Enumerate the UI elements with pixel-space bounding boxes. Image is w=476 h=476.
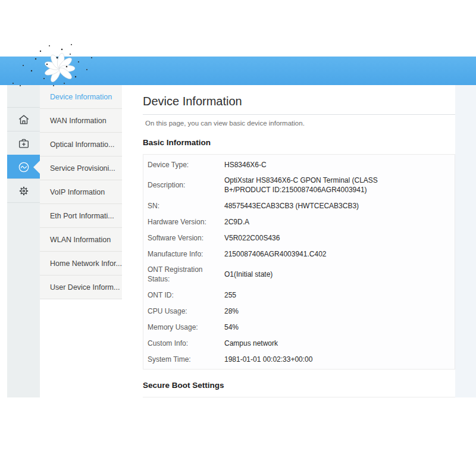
home-icon xyxy=(17,113,30,126)
submenu-item[interactable]: Eth Port Informati... xyxy=(40,204,122,228)
row-label: Manufacture Info: xyxy=(148,249,224,259)
page-subtitle: On this page, you can view basic device … xyxy=(145,120,455,127)
table-row: Device Type: HS8346X6-C xyxy=(143,156,455,173)
submenu-item-label: Optical Informatio... xyxy=(50,140,114,149)
submenu-item-label: User Device Inform... xyxy=(50,283,120,292)
submenu-item-label: Eth Port Informati... xyxy=(50,212,114,220)
submenu-item[interactable]: VoIP Information xyxy=(40,180,122,204)
secure-boot-heading: Secure Boot Settings xyxy=(143,381,455,390)
submenu: Device Information WAN Information Optic… xyxy=(40,85,122,299)
page-background-strip xyxy=(455,85,476,397)
gear-icon xyxy=(17,184,30,198)
table-row: Hardware Version: 2C9D.A xyxy=(143,214,455,230)
row-value: 2C9D.A xyxy=(224,217,455,227)
table-row: SN: 48575443ECAB3CB3 (HWTCECAB3CB3) xyxy=(143,198,455,214)
brand-flower-logo-icon xyxy=(5,42,103,89)
page-title: Device Information xyxy=(143,95,455,108)
submenu-item[interactable]: WAN Information xyxy=(40,109,122,133)
basic-information-table: Device Type: HS8346X6-C Description: Opt… xyxy=(143,154,455,369)
table-row: ONT Registration Status: O1(Initial stat… xyxy=(143,262,455,287)
table-row: Memory Usage: 54% xyxy=(143,319,455,335)
row-label: Software Version: xyxy=(148,233,224,243)
header-actions: Fast Setting | telecomadmin Logout xyxy=(339,0,473,29)
table-row: Software Version: V5R022C00S436 xyxy=(143,230,455,246)
submenu-item-label: WLAN Information xyxy=(50,236,111,244)
row-value: HS8346X6-C xyxy=(224,160,455,170)
table-row: Custom Info: Campus network xyxy=(143,335,455,351)
toolbox-plus-icon xyxy=(17,137,30,150)
submenu-item-label: WAN Information xyxy=(50,117,107,125)
row-label: CPU Usage: xyxy=(148,306,224,316)
submenu-item[interactable]: Optical Informatio... xyxy=(40,133,122,156)
table-row: Description: OptiXstar HS8346X6-C GPON T… xyxy=(143,173,455,198)
secure-boot-table: Secure Boot: Enable xyxy=(143,397,455,397)
row-value: OptiXstar HS8346X6-C GPON Terminal (CLAS… xyxy=(224,176,455,195)
header-separator: | xyxy=(387,10,389,19)
table-row: Manufacture Info: 2150087406AGR4003941.C… xyxy=(143,246,455,262)
submenu-item[interactable]: WLAN Information xyxy=(40,228,122,252)
username-link[interactable]: telecomadmin xyxy=(396,10,443,18)
logout-link[interactable]: Logout xyxy=(450,10,473,18)
row-value: 2150087406AGR4003941.C402 xyxy=(224,249,455,259)
sidebar-item-home[interactable] xyxy=(7,107,40,131)
icon-sidebar xyxy=(7,85,40,397)
submenu-item-label: Service Provisioni... xyxy=(50,164,115,173)
sidebar-item-network-setup[interactable] xyxy=(7,131,40,155)
row-label: System Time: xyxy=(148,355,224,364)
row-value: 54% xyxy=(224,322,455,332)
fast-setting-link[interactable]: Fast Setting xyxy=(339,10,379,18)
submenu-item[interactable]: User Device Inform... xyxy=(40,275,122,299)
sidebar-item-status[interactable] xyxy=(7,155,40,178)
row-label: Device Type: xyxy=(148,160,224,170)
table-row: System Time: 1981-01-01 00:02:33+00:00 xyxy=(143,351,455,367)
row-label: Custom Info: xyxy=(148,339,224,348)
main-content: Device Information On this page, you can… xyxy=(122,85,455,397)
device-model-title: HS8346X6-C xyxy=(101,0,162,29)
row-label: Memory Usage: xyxy=(148,322,224,332)
row-value: 48575443ECAB3CB3 (HWTCECAB3CB3) xyxy=(224,201,455,211)
submenu-item-label: Home Network Infor... xyxy=(50,259,122,268)
submenu-item[interactable]: Home Network Infor... xyxy=(40,252,122,275)
submenu-item-label: Device Information xyxy=(50,93,112,101)
sidebar-item-settings[interactable] xyxy=(7,178,40,203)
title-divider xyxy=(143,114,455,115)
table-row: ONT ID: 255 xyxy=(143,287,455,303)
row-value: V5R022C00S436 xyxy=(224,233,455,243)
submenu-item[interactable]: Service Provisioni... xyxy=(40,156,122,180)
row-label: SN: xyxy=(148,201,224,211)
basic-information-heading: Basic Information xyxy=(143,138,455,147)
row-value: 255 xyxy=(224,290,455,300)
row-label: ONT Registration Status: xyxy=(148,265,224,284)
row-value: 1981-01-01 00:02:33+00:00 xyxy=(224,355,455,364)
row-label: Description: xyxy=(148,180,224,190)
row-value: 28% xyxy=(224,306,455,316)
submenu-item-label: VoIP Information xyxy=(50,188,105,196)
status-pulse-icon xyxy=(17,161,30,174)
row-value: Campus network xyxy=(224,339,455,348)
row-label: ONT ID: xyxy=(148,290,224,300)
table-row: CPU Usage: 28% xyxy=(143,303,455,319)
row-label: Hardware Version: xyxy=(148,217,224,227)
selected-item-notch xyxy=(33,161,40,174)
row-value: O1(Initial state) xyxy=(224,270,455,279)
